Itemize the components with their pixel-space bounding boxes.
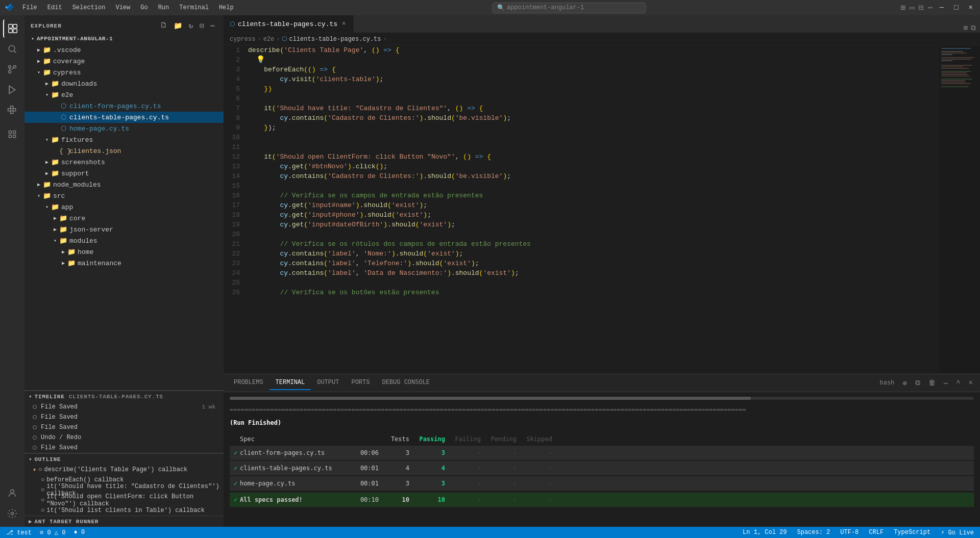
run-debug-icon[interactable] — [3, 81, 21, 99]
new-terminal-icon[interactable]: ⊕ — [899, 378, 910, 389]
menu-terminal[interactable]: Terminal — [175, 3, 213, 12]
layout-icon-1[interactable]: ⊞ — [900, 3, 905, 13]
search-bar[interactable]: 🔍 appointment-angular-1 — [493, 3, 646, 13]
timeline-header[interactable]: ▾ TIMELINE clients-table-pages.cy.ts — [24, 391, 224, 402]
status-position[interactable]: Ln 1, Col 29 — [741, 529, 789, 536]
ant-target-runner-header[interactable]: ▶ ANT TARGET RUNNER — [24, 516, 224, 527]
code-line-15 — [248, 181, 939, 191]
breadcrumb-cypress[interactable]: cypress — [230, 36, 255, 43]
outline-item-0[interactable]: ▾ ○ describe('Clients Table Page') callb… — [24, 465, 224, 475]
panel-content[interactable]: ========================================… — [224, 392, 980, 527]
tree-item-clients-table[interactable]: ▶ ⬡ clients-table-pages.cy.ts — [24, 112, 224, 123]
split-editor-icon[interactable]: ⧉ — [971, 24, 976, 32]
maximize-button[interactable]: □ — [951, 3, 961, 13]
status-errors[interactable]: ⊘ 0 △ 0 — [38, 529, 67, 536]
folder-modules-icon: 📁 — [59, 237, 67, 245]
outline-item-4[interactable]: ○ it('Should list clients in Table') cal… — [24, 505, 224, 516]
explorer-icon[interactable] — [3, 19, 21, 38]
tree-item-maintenance[interactable]: ▶ 📁 maintenance — [24, 258, 224, 269]
tree-item-fixtures[interactable]: ▾ 📁 fixtures — [24, 134, 224, 145]
outline-header[interactable]: ▾ OUTLINE — [24, 453, 224, 465]
tab-terminal[interactable]: TERMINAL — [270, 376, 311, 390]
tree-item-modules[interactable]: ▾ 📁 modules — [24, 235, 224, 246]
panel-toggle-icon[interactable]: ^ — [953, 378, 963, 388]
code-content[interactable]: describe('Clients Table Page', () => { 💡… — [244, 45, 939, 374]
menu-edit[interactable]: Edit — [43, 3, 66, 12]
project-root[interactable]: ▾ APPOINTMENT-ANGULAR-1 — [24, 33, 224, 44]
menu-view[interactable]: View — [111, 3, 134, 12]
tab-problems[interactable]: PROBLEMS — [228, 376, 270, 390]
code-editor[interactable]: 12345 678910 1112131415 1617181920 21222… — [224, 45, 939, 374]
breadcrumb-e2e[interactable]: e2e — [263, 36, 275, 43]
timeline-item-3[interactable]: Undo / Redo — [24, 432, 224, 443]
search-activity-icon[interactable] — [3, 40, 21, 58]
timeline-dot-3 — [33, 435, 37, 440]
terminal-more-icon[interactable]: ⋯ — [941, 378, 951, 389]
status-branch[interactable]: ⎇ test — [4, 529, 34, 536]
status-line-ending[interactable]: CRLF — [867, 529, 886, 536]
tree-item-clientes-json[interactable]: ▶ { } clientes.json — [24, 145, 224, 157]
settings-icon[interactable] — [3, 504, 21, 523]
layout-icon-2[interactable]: ▭ — [910, 3, 915, 13]
menu-go[interactable]: Go — [136, 3, 152, 12]
status-info[interactable]: ♦ 0 — [72, 529, 87, 536]
tab-debug-console[interactable]: DEBUG CONSOLE — [376, 376, 436, 390]
tree-item-downloads[interactable]: ▶ 📁 downloads — [24, 78, 224, 89]
layout-icon-4[interactable]: ⋯ — [927, 3, 933, 13]
breadcrumb-file[interactable]: clients-table-pages.cy.ts — [289, 36, 381, 43]
tree-item-app[interactable]: ▾ 📁 app — [24, 201, 224, 213]
menu-selection[interactable]: Selection — [68, 3, 110, 12]
timeline-item-0[interactable]: File Saved 1 wk — [24, 402, 224, 412]
close-button[interactable]: × — [966, 3, 976, 13]
new-file-icon[interactable]: 🗋 — [158, 20, 169, 31]
more-actions-icon[interactable]: ⋯ — [209, 20, 217, 31]
folder-support-icon: 📁 — [51, 169, 59, 177]
tree-item-home[interactable]: ▶ 📁 home — [24, 246, 224, 258]
open-editors-icon[interactable]: ⊞ — [964, 23, 968, 32]
tree-item-cypress[interactable]: ▾ 📁 cypress — [24, 67, 224, 78]
tree-item-screenshots[interactable]: ▶ 📁 screenshots — [24, 157, 224, 168]
menu-help[interactable]: Help — [215, 3, 238, 12]
timeline-item-2[interactable]: File Saved — [24, 422, 224, 432]
minimize-button[interactable]: ─ — [937, 3, 947, 13]
outline-item-3[interactable]: ○ it('Should open ClientForm: click Butt… — [24, 495, 224, 505]
tree-item-vscode[interactable]: ▶ 📁 .vscode — [24, 44, 224, 56]
tree-item-node-modules[interactable]: ▶ 📁 node_modules — [24, 179, 224, 190]
menu-file[interactable]: File — [18, 3, 41, 12]
kill-terminal-icon[interactable]: 🗑 — [925, 378, 939, 388]
tree-item-coverage[interactable]: ▶ 📁 coverage — [24, 56, 224, 67]
status-live-server[interactable]: ⚡ Go Live — [939, 529, 976, 536]
terminal-scrollbar[interactable] — [230, 397, 974, 400]
extensions-icon[interactable] — [3, 101, 21, 119]
tree-item-e2e[interactable]: ▾ 📁 e2e — [24, 89, 224, 100]
tree-item-json-server[interactable]: ▶ 📁 json-server — [24, 224, 224, 235]
tab-ports[interactable]: PORTS — [345, 376, 376, 390]
tree-item-support[interactable]: ▶ 📁 support — [24, 168, 224, 179]
tab-output[interactable]: OUTPUT — [311, 376, 345, 390]
layout-icon-3[interactable]: ⊟ — [919, 3, 924, 13]
timeline-item-4[interactable]: File Saved — [24, 443, 224, 453]
outline-title: OUTLINE — [34, 456, 61, 463]
testing-icon[interactable] — [3, 125, 21, 144]
tree-item-client-form[interactable]: ▶ ⬡ client-form-pages.cy.ts — [24, 100, 224, 112]
titlebar-center: 🔍 appointment-angular-1 — [242, 3, 897, 13]
tree-item-core[interactable]: ▶ 📁 core — [24, 213, 224, 224]
timeline-item-1[interactable]: File Saved — [24, 412, 224, 422]
menu-run[interactable]: Run — [154, 3, 174, 12]
split-terminal-icon[interactable]: ⧉ — [912, 378, 923, 388]
tab-clients-table[interactable]: ⬡ clients-table-pages.cy.ts × — [224, 15, 354, 33]
tab-close-button[interactable]: × — [340, 20, 347, 28]
new-folder-icon[interactable]: 📁 — [172, 20, 185, 31]
collapse-all-icon[interactable]: ⊟ — [198, 20, 206, 31]
folder-vscode-icon: 📁 — [43, 46, 51, 54]
account-icon[interactable] — [3, 484, 21, 502]
tree-item-home-page[interactable]: ▶ ⬡ home-page.cy.ts — [24, 123, 224, 134]
status-spaces[interactable]: Spaces: 2 — [795, 529, 832, 536]
source-control-icon[interactable] — [3, 60, 21, 79]
status-language[interactable]: TypeScript — [892, 529, 933, 536]
panel-close-icon[interactable]: × — [966, 378, 976, 388]
refresh-icon[interactable]: ↻ — [187, 20, 195, 31]
tree-item-src[interactable]: ▾ 📁 src — [24, 190, 224, 201]
svg-point-15 — [11, 490, 14, 493]
status-encoding[interactable]: UTF-8 — [838, 529, 861, 536]
